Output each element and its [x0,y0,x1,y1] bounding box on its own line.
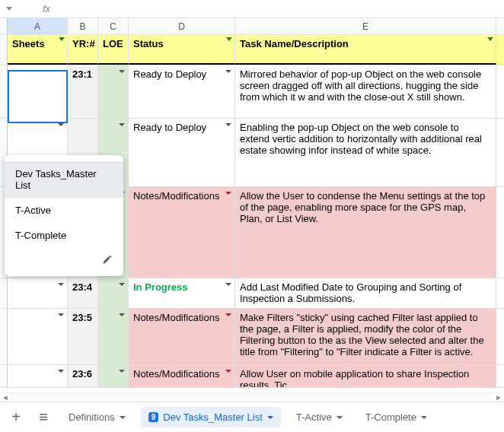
cell-description[interactable]: Allow the User to condense the Menu sett… [235,187,496,278]
tab-label: T-Active [296,411,332,423]
header-label: Sheets [12,38,45,49]
dropdown-arrow-icon[interactable] [58,123,64,126]
col-header-c[interactable]: C [98,18,129,34]
all-sheets-button[interactable]: ≡ [33,408,53,427]
cell-yr[interactable]: 23:5 [68,309,98,364]
header-label: Task Name/Description [240,38,349,49]
cell-description[interactable]: Enabling the pop-up Object on the web co… [235,119,496,186]
dropdown-arrow-icon[interactable] [225,283,231,286]
cell-sheets[interactable] [8,309,68,364]
tab-master-list[interactable]: 9 Dev Tasks_Master List [141,407,281,427]
cell-yr[interactable]: 23:4 [68,278,98,308]
header-task[interactable]: Task Name/Description [235,35,496,65]
dropdown-arrow-icon[interactable] [119,370,125,373]
filter-icon[interactable] [487,37,493,41]
tab-definitions[interactable]: Definitions [61,407,133,427]
chevron-down-icon[interactable] [337,416,343,419]
cell-sheets[interactable] [8,278,68,308]
cell-status[interactable]: Notes/Modifications [129,309,235,364]
dropdown-arrow-icon[interactable] [119,123,125,126]
cell-status[interactable]: Ready to Deploy [129,119,235,186]
filter-count-badge: 9 [148,412,159,422]
cell-description[interactable]: Add Last Modified Date to Grouping and S… [235,278,496,308]
dropdown-arrow-icon[interactable] [119,283,125,286]
cell-description[interactable]: Make Filters "sticky" using cached Filte… [235,309,496,364]
formula-bar[interactable]: fx [0,0,504,18]
data-row: 23:4In ProgressAdd Last Modified Date to… [0,278,504,309]
data-row: 23:6Notes/ModificationsAllow User on mob… [0,365,504,388]
dropdown-arrow-icon[interactable] [225,370,231,373]
tab-label: Definitions [69,411,115,423]
dropdown-option[interactable]: T-Active [5,198,123,223]
cell-yr[interactable]: 23:6 [68,365,98,387]
dropdown-arrow-icon[interactable] [58,283,64,286]
grid: Sheets YR:# LOE Status Task Name/Descrip… [0,35,504,388]
row-handle[interactable] [0,35,8,65]
corner-cell[interactable] [0,18,8,34]
pencil-icon [102,254,113,265]
cell-status[interactable]: In Progress [129,278,235,308]
sheet-tabs-bar: + ≡ Definitions 9 Dev Tasks_Master List … [0,402,504,432]
col-header-e[interactable]: E [235,18,496,34]
dropdown-arrow-icon[interactable] [225,192,231,195]
dropdown-arrow-icon[interactable] [225,313,231,316]
row-handle[interactable] [0,65,8,118]
cell-loe[interactable] [98,65,129,118]
cell-loe[interactable] [98,309,129,364]
col-header-d[interactable]: D [129,18,235,34]
tab-t-active[interactable]: T-Active [289,407,350,427]
dropdown-arrow-icon[interactable] [58,313,64,316]
scroll-right-icon[interactable]: ► [493,393,504,402]
header-yr[interactable]: YR:# [68,35,98,65]
tab-label: T-Complete [365,411,416,423]
dropdown-edit-button[interactable] [5,248,123,270]
cell-status[interactable]: Notes/Modifications [129,365,235,387]
cell-description[interactable]: Allow User on mobile application to shar… [235,365,496,387]
header-loe[interactable]: LOE [98,35,129,65]
scroll-track[interactable] [11,393,493,402]
status-text: Ready to Deploy [133,68,206,80]
cell-yr[interactable]: 23:1 [68,65,98,118]
cell-status[interactable]: Notes/Modifications [129,187,235,278]
chevron-down-icon[interactable] [267,416,273,419]
validation-dropdown: Dev Tasks_Master ListT-ActiveT-Complete [5,155,123,276]
data-row: 23:1Ready to DeployMirrored behavior of … [0,65,504,119]
data-row: 23:5Notes/ModificationsMake Filters "sti… [0,309,504,365]
header-label: Status [133,38,164,49]
chevron-down-icon [6,7,12,11]
header-sheets[interactable]: Sheets [8,35,68,65]
header-label: LOE [103,38,123,49]
header-label: YR:# [72,38,95,49]
cell-description[interactable]: Mirrored behavior of pop-up Object on th… [235,65,496,118]
chevron-down-icon[interactable] [120,416,126,419]
name-box-dropdown[interactable] [6,7,37,11]
add-sheet-button[interactable]: + [6,408,26,427]
row-handle[interactable] [0,365,8,387]
dropdown-option[interactable]: Dev Tasks_Master List [5,161,123,198]
filter-icon[interactable] [226,37,232,41]
editing-cell[interactable] [8,70,68,123]
filter-icon[interactable] [59,37,65,41]
status-text: Notes/Modifications [133,312,219,323]
row-handle[interactable] [0,309,8,364]
header-row: Sheets YR:# LOE Status Task Name/Descrip… [0,35,504,65]
scroll-left-icon[interactable]: ◄ [0,393,11,402]
status-text: In Progress [133,281,188,293]
cell-loe[interactable] [98,365,129,387]
tab-t-complete[interactable]: T-Complete [358,407,435,427]
cell-loe[interactable] [98,278,129,308]
dropdown-arrow-icon[interactable] [225,70,231,73]
col-header-a[interactable]: A [8,18,68,34]
dropdown-option[interactable]: T-Complete [5,223,123,248]
dropdown-arrow-icon[interactable] [119,70,125,73]
dropdown-arrow-icon[interactable] [225,123,231,126]
cell-status[interactable]: Ready to Deploy [129,65,235,118]
dropdown-arrow-icon[interactable] [119,313,125,316]
col-header-b[interactable]: B [68,18,98,34]
row-handle[interactable] [0,278,8,308]
horizontal-scrollbar[interactable]: ◄ ► [0,392,504,402]
cell-sheets[interactable] [8,365,68,387]
chevron-down-icon[interactable] [421,416,427,419]
header-status[interactable]: Status [129,35,235,65]
dropdown-arrow-icon[interactable] [58,370,64,373]
